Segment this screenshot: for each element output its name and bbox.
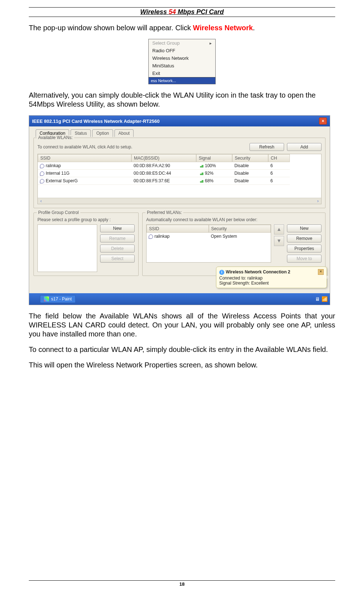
tray-icon[interactable]: 📶 [322,296,328,302]
header-pre: Wireless [140,8,169,15]
paragraph-5: This will open the Wireless Network Prop… [29,361,335,370]
balloon-line2: Signal Strength: Excellent [219,281,324,286]
header-red: 54 [168,8,176,15]
profile-delete-button[interactable]: Delete [100,245,135,253]
window-titlebar[interactable]: IEEE 802.11g PCI Card Wireless Network A… [29,116,330,126]
table-row[interactable]: External SuperG 00:0D:88:F5:37:6E 68% Di… [38,177,321,185]
preferred-legend: Preferred WLANs: [145,210,183,215]
tray-icon[interactable]: 🖥 [315,296,320,302]
pref-col-security[interactable]: Security [209,225,271,233]
available-wlans-group: Available WLANs: To connect to available… [33,138,325,208]
available-wlans-table: SSID MAC(BSSID) Signal Security CH ralin… [37,154,322,204]
tab-about[interactable]: About [114,129,134,137]
balloon-title: Wireless Network Connection 2 [226,269,290,274]
preferred-new-button[interactable]: New [287,224,322,232]
notification-balloon[interactable]: iWireless Network Connection 2 × Connect… [216,267,327,288]
col-security[interactable]: Security [232,154,268,162]
move-up-button[interactable]: ▲ [274,224,284,235]
profile-new-button[interactable]: New [100,224,135,232]
balloon-close-icon[interactable]: × [318,269,324,275]
col-ssid[interactable]: SSID [38,154,131,162]
table-header: SSID MAC(BSSID) Signal Security CH [38,154,321,162]
refresh-button[interactable]: Refresh [250,143,284,151]
profile-list[interactable] [37,224,97,272]
paragraph-2: Alternatively, you can simply double-cli… [29,91,335,109]
page-header: Wireless 54 Mbps PCI Card [29,8,335,16]
menu-item-select-group[interactable]: Select Group ▸ [149,39,215,47]
signal-icon [198,171,203,175]
preferred-table: SSID Security ralinkap Open System [146,224,271,263]
paragraph-4: To connect to a particular WLAN AP, simp… [29,345,335,354]
menu-footer: ess Network... [149,77,215,84]
menu-item-exit[interactable]: Exit [149,70,215,77]
side-label: Re [323,274,328,280]
available-legend: Available WLANs: [37,135,74,140]
menu-item-wireless-network[interactable]: Wireless Network [149,54,215,62]
paint-icon [44,296,49,302]
horizontal-scrollbar[interactable]: ‹ › [38,198,321,204]
taskbar[interactable]: s17 - Paint 🖥 📶 [29,293,330,305]
profile-rename-button[interactable]: Rename [100,235,135,242]
wlan-icon [149,235,153,239]
profile-select-button[interactable]: Select [100,255,135,263]
add-button[interactable]: Add [287,143,322,151]
page-number: 18 [29,581,335,587]
profile-legend: Profile Group Control [37,210,80,215]
info-icon: i [219,270,224,275]
wlan-icon [40,171,44,176]
available-desc: To connect to available WLAN, click Add … [37,144,132,149]
scroll-right-icon[interactable]: › [315,198,321,204]
wlan-icon [40,179,44,183]
page-footer: 18 [29,580,335,587]
col-signal[interactable]: Signal [196,154,232,162]
balloon-line1: Connected to: ralinkap [219,276,324,281]
menu-item-ministatus[interactable]: MiniStatus [149,62,215,70]
col-ch[interactable]: CH [268,154,290,162]
taskbar-app[interactable]: s17 - Paint [40,295,76,303]
preferred-properties-button[interactable]: Properties [287,245,322,253]
wireless-utility-window: IEEE 802.11g PCI Card Wireless Network A… [29,115,330,305]
preferred-moveto-button[interactable]: Move to [287,255,322,263]
profile-desc: Please select a profile group to apply : [37,217,135,222]
context-menu: Select Group ▸ Radio OFF Wireless Networ… [148,39,216,84]
chevron-right-icon: ▸ [210,41,212,46]
preferred-row[interactable]: ralinkap Open System [147,233,271,240]
window-title: IEEE 802.11g PCI Card Wireless Network A… [32,119,159,124]
col-mac[interactable]: MAC(BSSID) [131,154,196,162]
signal-icon [198,164,203,168]
table-row[interactable]: Internal 11G 00:0D:88:E5:DC:44 92% Disab… [38,170,321,177]
system-tray[interactable]: 🖥 📶 [315,296,328,302]
scroll-left-icon[interactable]: ‹ [38,198,44,204]
menu-item-radio-off[interactable]: Radio OFF [149,47,215,54]
preferred-desc: Automatically connect to available WLAN … [146,217,322,222]
profile-group-control: Profile Group Control Please select a pr… [33,213,139,276]
paragraph-3: The field below the Available WLANs show… [29,312,335,339]
table-row[interactable]: ralinkap 00:0D:88:FA:A2:90 100% Disable … [38,162,321,170]
pref-col-ssid[interactable]: SSID [147,225,209,233]
emphasis-wireless-network: Wireless Network [193,24,253,32]
signal-icon [198,179,203,183]
intro-paragraph: The pop-up window shown below will appea… [29,23,335,32]
wlan-icon [40,164,44,168]
tab-strip: Configuration Status Option About [33,129,325,137]
move-down-button[interactable]: ▼ [274,236,284,246]
header-post: Mbps PCI Card [176,8,224,15]
close-icon[interactable]: × [319,117,327,125]
tab-option[interactable]: Option [92,129,113,137]
preferred-remove-button[interactable]: Remove [287,235,322,242]
